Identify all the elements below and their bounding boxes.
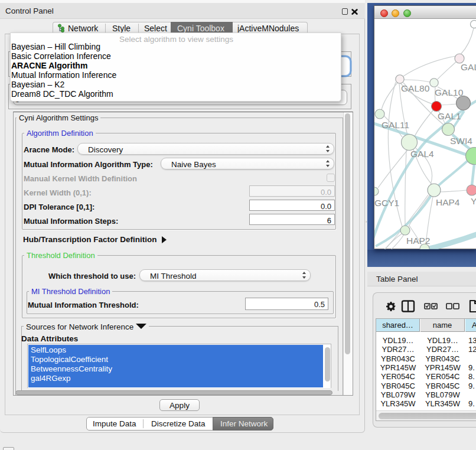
svg-text:HAP2: HAP2 [406,236,431,246]
svg-text:HAP4: HAP4 [436,197,460,207]
svg-text:GAL80: GAL80 [401,83,430,93]
svg-text:GAL10: GAL10 [435,87,464,97]
svg-text:GAL11: GAL11 [382,120,409,130]
svg-text:GAL1: GAL1 [438,111,461,121]
svg-text:GAL4: GAL4 [410,149,434,159]
svg-text:GCY1: GCY1 [374,198,399,208]
svg-text:GAL: GAL [461,62,476,72]
svg-text:Y: Y [471,196,476,206]
svg-text:SWI4: SWI4 [450,136,472,146]
